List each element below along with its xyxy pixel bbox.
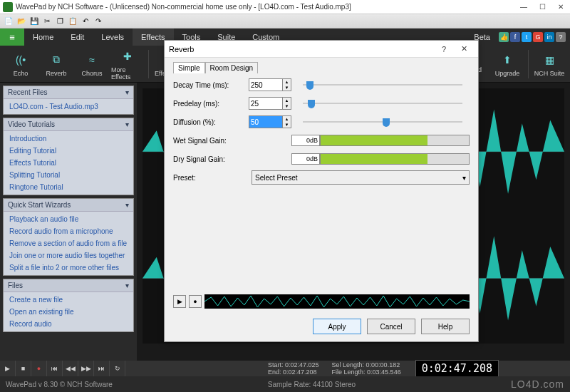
thumbs-up-icon[interactable]: 👍: [499, 32, 509, 42]
tutorial-link[interactable]: Introduction: [4, 133, 133, 145]
end-button[interactable]: ⏭: [94, 361, 110, 376]
dialog-preview-bar: ▶ ●: [173, 293, 470, 310]
ribbon-chorus[interactable]: ≈Chorus: [76, 51, 108, 77]
chevron-down-icon: ▾: [125, 120, 129, 128]
recent-file-link[interactable]: LO4D.com - Test Audio.mp3: [4, 100, 133, 113]
reverb-icon: ⧉: [48, 51, 65, 68]
chevron-down-icon: ▾: [125, 201, 129, 209]
stop-button[interactable]: ■: [16, 361, 31, 376]
dialog-close-button[interactable]: ✕: [454, 41, 474, 57]
close-button[interactable]: ✕: [551, 0, 570, 14]
wizard-link[interactable]: Remove a section of audio from a file: [4, 237, 133, 249]
preview-loop-button[interactable]: ●: [189, 295, 202, 308]
help-button[interactable]: Help: [421, 319, 470, 334]
file-action-link[interactable]: Record audio: [4, 318, 133, 330]
qat-copy-icon[interactable]: ❐: [54, 16, 66, 27]
panel-recent-files: Recent Files▾ LO4D.com - Test Audio.mp3: [3, 86, 134, 115]
twitter-icon[interactable]: t: [522, 32, 532, 42]
panel-title: Recent Files: [8, 88, 48, 96]
status-version: WavePad v 8.30 © NCH Software: [6, 381, 113, 388]
qat-cut-icon[interactable]: ✂: [41, 16, 53, 27]
wizard-link[interactable]: Join one or more audio files together: [4, 249, 133, 262]
qat-redo-icon[interactable]: ↷: [93, 16, 104, 27]
preset-select[interactable]: Select Preset ▾: [252, 170, 470, 185]
qat-paste-icon[interactable]: 📋: [67, 16, 78, 27]
sel-length: Sel Length: 0:00:00.182: [332, 361, 401, 368]
menu-home[interactable]: Home: [24, 29, 62, 46]
menu-edit[interactable]: Edit: [62, 29, 93, 46]
echo-icon: ((•: [12, 51, 29, 68]
wizard-link[interactable]: Record audio from a microphone: [4, 225, 133, 237]
file-length: File Length: 0:03:45.546: [332, 368, 401, 376]
preset-label: Preset:: [173, 174, 249, 182]
record-button[interactable]: ●: [31, 361, 47, 376]
qat-save-icon[interactable]: 💾: [28, 16, 40, 27]
tab-room-design[interactable]: Room Design: [205, 62, 259, 73]
ribbon-nch-suite[interactable]: ▦NCH Suite: [533, 51, 566, 77]
play-button[interactable]: ▶: [0, 361, 16, 376]
dialog-title: Reverb: [169, 45, 434, 53]
ribbon-upgrade[interactable]: ⬆Upgrade: [491, 51, 524, 77]
panel-title: Files: [8, 282, 23, 289]
menu-levels[interactable]: Levels: [93, 29, 133, 46]
wet-gain-bar[interactable]: [320, 135, 470, 146]
predelay-input[interactable]: 25: [249, 97, 283, 110]
dialog-titlebar[interactable]: Reverb ? ✕: [165, 41, 478, 58]
ribbon-echo[interactable]: ((•Echo: [4, 51, 37, 77]
window-title: WavePad by NCH Software - (Unlicensed) N…: [16, 3, 514, 11]
panel-video-tutorials: Video Tutorials▾ Introduction Editing Tu…: [3, 118, 134, 195]
decay-input[interactable]: 250: [249, 78, 283, 91]
tutorial-link[interactable]: Effects Tutorial: [4, 157, 133, 169]
window-titlebar: WavePad by NCH Software - (Unlicensed) N…: [0, 0, 570, 14]
chevron-down-icon: ▾: [125, 88, 129, 96]
ribbon-reverb[interactable]: ⧉Reverb: [40, 51, 73, 77]
hamburger-menu[interactable]: ≡: [0, 29, 24, 46]
linkedin-icon[interactable]: in: [544, 32, 554, 42]
maximize-button[interactable]: ☐: [533, 0, 551, 14]
qat-new-icon[interactable]: 📄: [3, 16, 14, 27]
panel-title: Video Tutorials: [8, 120, 55, 128]
diffusion-spinner[interactable]: ▲▼: [283, 115, 291, 128]
facebook-icon[interactable]: f: [510, 32, 520, 42]
file-action-link[interactable]: Create a new file: [4, 294, 133, 306]
help-icon[interactable]: ?: [556, 32, 566, 42]
dry-gain-value[interactable]: 0dB: [291, 153, 320, 165]
preview-play-button[interactable]: ▶: [173, 295, 186, 308]
wizard-link[interactable]: Split a file into 2 or more other files: [4, 262, 133, 274]
dry-gain-bar[interactable]: [320, 153, 470, 165]
status-bar: WavePad v 8.30 © NCH Software Sample Rat…: [0, 376, 570, 392]
apply-button[interactable]: Apply: [313, 319, 361, 334]
diffusion-slider[interactable]: [303, 115, 470, 128]
decay-slider[interactable]: [303, 78, 470, 91]
ribbon-more-effects[interactable]: ✚More Effects: [111, 48, 144, 81]
loop-button[interactable]: ↻: [110, 361, 125, 376]
rewind-button[interactable]: ⏮: [47, 361, 63, 376]
decay-label: Decay Time (ms):: [173, 81, 249, 89]
tutorial-link[interactable]: Editing Tutorial: [4, 145, 133, 157]
wet-gain-value[interactable]: 0dB: [291, 135, 320, 146]
tutorial-link[interactable]: Splitting Tutorial: [4, 169, 133, 181]
tab-simple[interactable]: Simple: [173, 62, 205, 73]
predelay-label: Predelay (ms):: [173, 100, 249, 108]
qat-undo-icon[interactable]: ↶: [80, 16, 91, 27]
wizard-link[interactable]: Playback an audio file: [4, 213, 133, 225]
dialog-help-button[interactable]: ?: [434, 41, 454, 57]
predelay-slider[interactable]: [303, 97, 470, 110]
panel-title: Quick Start Wizards: [8, 201, 71, 209]
file-action-link[interactable]: Open an existing file: [4, 306, 133, 318]
diffusion-input[interactable]: 50: [249, 115, 283, 128]
cancel-button[interactable]: Cancel: [367, 319, 415, 334]
tutorial-link[interactable]: Ringtone Tutorial: [4, 181, 133, 193]
decay-spinner[interactable]: ▲▼: [283, 78, 291, 91]
predelay-spinner[interactable]: ▲▼: [283, 97, 291, 110]
next-button[interactable]: ▶▶: [78, 361, 94, 376]
qat-open-icon[interactable]: 📂: [16, 16, 27, 27]
googleplus-icon[interactable]: G: [533, 32, 543, 42]
prev-button[interactable]: ◀◀: [63, 361, 78, 376]
preview-waveform[interactable]: [204, 294, 470, 309]
app-icon: [3, 2, 13, 12]
playhead-time: 0:02:47.208: [415, 360, 499, 377]
minimize-button[interactable]: —: [514, 0, 533, 14]
diffusion-label: Diffusion (%):: [173, 118, 249, 126]
sidebar: Recent Files▾ LO4D.com - Test Audio.mp3 …: [0, 83, 137, 361]
